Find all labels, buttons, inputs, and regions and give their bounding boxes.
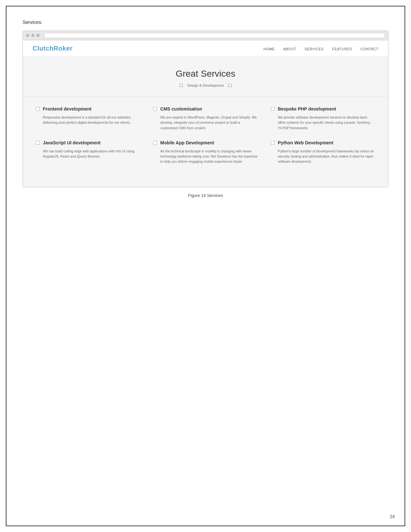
nav-item-features[interactable]: FEATURES — [332, 46, 352, 52]
service-item-frontend: Frontend development Responsive developm… — [36, 106, 140, 131]
nav-link-services[interactable]: SERVICES — [305, 47, 324, 51]
nav-link-features[interactable]: FEATURES — [332, 47, 352, 51]
service-item-php: Bespoke PHP development We provide softw… — [271, 106, 375, 131]
service-icon-python — [271, 141, 275, 145]
nav-links: HOME ABOUT SERVICES FEATURES CONTACT — [263, 46, 378, 52]
service-header-cms: CMS customisation — [153, 106, 258, 111]
browser-dot-3 — [36, 34, 40, 37]
services-grid-section: Frontend development Responsive developm… — [23, 97, 388, 177]
nav-link-home[interactable]: HOME — [263, 47, 275, 51]
service-item-javascript: JavaScript UI development We can build c… — [36, 140, 140, 164]
service-icon-frontend — [36, 107, 40, 111]
service-header-python: Python Web Development — [271, 140, 375, 145]
service-header-php: Bespoke PHP development — [271, 106, 375, 111]
tab-checkbox-left[interactable] — [180, 84, 183, 87]
service-item-python: Python Web Development Python's large nu… — [271, 140, 375, 164]
services-footer-space — [23, 177, 388, 187]
service-item-cms: CMS customisation We are experts in Word… — [153, 106, 258, 131]
service-desc-php: We provide software development services… — [271, 115, 375, 131]
service-title-mobile: Mobile App Development — [160, 140, 214, 145]
browser-addressbar — [44, 33, 385, 38]
section-label: Services: — [23, 19, 388, 25]
nav-item-services[interactable]: SERVICES — [305, 46, 324, 52]
service-icon-mobile — [153, 141, 157, 145]
service-item-mobile: Mobile App Development As the technical … — [153, 140, 258, 164]
service-desc-mobile: As the technical landscape in mobility i… — [153, 149, 258, 164]
service-title-php: Bespoke PHP development — [278, 106, 336, 111]
service-title-cms: CMS customisation — [160, 106, 202, 111]
page-number: 24 — [390, 514, 395, 519]
nav-link-about[interactable]: ABOUT — [283, 47, 296, 51]
site-nav: ClutchRoker HOME ABOUT SERVICES FEATURES — [23, 40, 388, 57]
figure-caption: Figure 14 Services — [23, 193, 388, 198]
service-icon-cms — [153, 107, 157, 111]
service-header-mobile: Mobile App Development — [153, 140, 258, 145]
service-desc-frontend: Responsive development is a standard for… — [36, 115, 140, 125]
service-desc-javascript: We can build cutting edge web applicatio… — [36, 149, 140, 159]
page-container: Services: ClutchRoker HOME ABOUT — [6, 6, 405, 526]
browser-chrome — [23, 31, 388, 40]
service-desc-python: Python's large number of development fra… — [271, 149, 375, 164]
nav-item-about[interactable]: ABOUT — [283, 46, 296, 52]
services-hero-title: Great Services — [29, 69, 382, 79]
service-desc-cms: We are experts in WordPress, Magento, Dr… — [153, 115, 258, 131]
service-header-frontend: Frontend development — [36, 106, 140, 111]
service-title-python: Python Web Development — [278, 140, 333, 145]
services-hero: Great Services Design & Development — [23, 57, 388, 97]
nav-item-home[interactable]: HOME — [263, 46, 275, 52]
services-grid: Frontend development Responsive developm… — [36, 106, 375, 164]
browser-dot-2 — [31, 34, 34, 37]
nav-item-contact[interactable]: CONTACT — [360, 46, 378, 52]
browser-mockup: ClutchRoker HOME ABOUT SERVICES FEATURES — [23, 31, 388, 187]
site-logo: ClutchRoker — [33, 45, 73, 52]
nav-link-contact[interactable]: CONTACT — [360, 47, 378, 51]
services-hero-tabs: Design & Development — [29, 83, 382, 87]
tab-label: Design & Development — [187, 83, 224, 87]
site-content: ClutchRoker HOME ABOUT SERVICES FEATURES — [23, 40, 388, 187]
service-header-javascript: JavaScript UI development — [36, 140, 140, 145]
service-title-frontend: Frontend development — [43, 106, 92, 111]
browser-dot-1 — [26, 34, 29, 37]
service-title-javascript: JavaScript UI development — [43, 140, 101, 145]
service-icon-php — [271, 107, 275, 111]
tab-checkbox-right[interactable] — [228, 84, 231, 87]
service-icon-javascript — [36, 141, 40, 145]
